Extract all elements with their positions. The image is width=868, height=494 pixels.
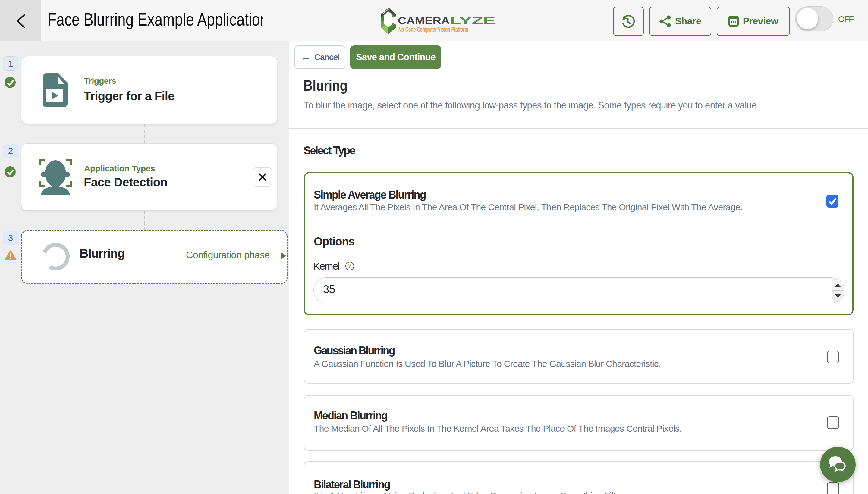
svg-text:No-Code Computer Vision Platfo: No-Code Computer Vision Platform: [399, 25, 468, 33]
svg-text:LYZE: LYZE: [450, 15, 496, 26]
svg-text:CAMERA: CAMERA: [398, 15, 450, 26]
